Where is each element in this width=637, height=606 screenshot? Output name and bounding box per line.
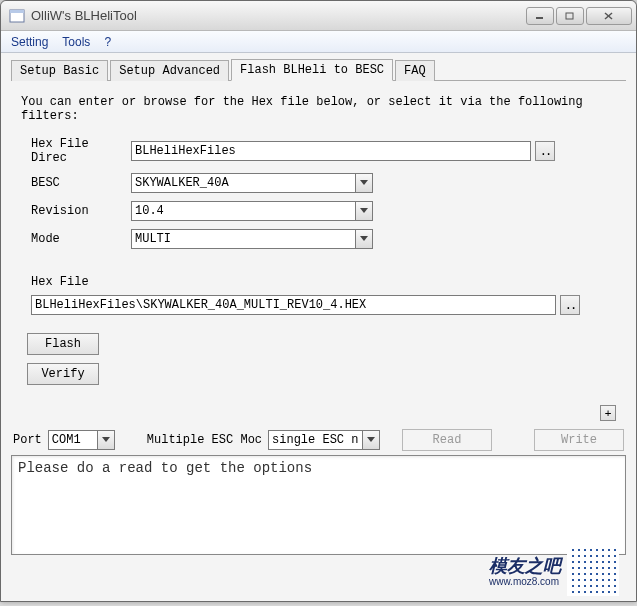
tab-faq[interactable]: FAQ xyxy=(395,60,435,81)
watermark-text: 模友之吧 xyxy=(489,554,561,578)
chevron-down-icon[interactable] xyxy=(363,430,380,450)
tab-panel-flash: You can enter or browse for the Hex file… xyxy=(11,81,626,425)
besc-label: BESC xyxy=(21,176,131,190)
log-panel: Please do a read to get the options xyxy=(11,455,626,555)
hex-dir-label: Hex File Direc xyxy=(21,137,131,165)
flash-button[interactable]: Flash xyxy=(27,333,99,355)
hex-file-label: Hex File xyxy=(21,275,89,289)
revision-combo[interactable] xyxy=(131,201,373,221)
port-label: Port xyxy=(13,433,42,447)
chevron-down-icon[interactable] xyxy=(356,173,373,193)
chevron-down-icon[interactable] xyxy=(356,229,373,249)
chevron-down-icon[interactable] xyxy=(356,201,373,221)
port-value[interactable] xyxy=(48,430,98,450)
revision-value[interactable] xyxy=(131,201,356,221)
port-combo[interactable] xyxy=(48,430,115,450)
chevron-down-icon[interactable] xyxy=(98,430,115,450)
tab-flash-blheli[interactable]: Flash BLHeli to BESC xyxy=(231,59,393,81)
mode-value[interactable] xyxy=(131,229,356,249)
hex-file-input[interactable] xyxy=(31,295,556,315)
watermark-url: www.moz8.com xyxy=(489,576,561,587)
read-button[interactable]: Read xyxy=(402,429,492,451)
svg-rect-3 xyxy=(566,13,573,19)
window-title: OlliW's BLHeliTool xyxy=(31,8,526,23)
revision-label: Revision xyxy=(21,204,131,218)
minimize-button[interactable] xyxy=(526,7,554,25)
svg-rect-1 xyxy=(10,10,24,13)
tab-strip: Setup Basic Setup Advanced Flash BLHeli … xyxy=(11,59,626,81)
tab-setup-advanced[interactable]: Setup Advanced xyxy=(110,60,229,81)
watermark: 模友之吧 www.moz8.com xyxy=(489,544,619,596)
titlebar[interactable]: OlliW's BLHeliTool xyxy=(1,1,636,31)
browse-hex-dir-button[interactable]: .. xyxy=(535,141,555,161)
close-button[interactable] xyxy=(586,7,632,25)
bottom-bar: Port Multiple ESC Moc Read Write xyxy=(11,425,626,455)
qr-code-icon xyxy=(567,544,619,596)
multiple-esc-combo[interactable] xyxy=(268,430,380,450)
besc-value[interactable] xyxy=(131,173,356,193)
besc-combo[interactable] xyxy=(131,173,373,193)
verify-button[interactable]: Verify xyxy=(27,363,99,385)
multiple-esc-value[interactable] xyxy=(268,430,363,450)
app-icon xyxy=(9,8,25,24)
multiple-esc-label: Multiple ESC Moc xyxy=(147,433,262,447)
expand-button[interactable]: + xyxy=(600,405,616,421)
tab-setup-basic[interactable]: Setup Basic xyxy=(11,60,108,81)
mode-label: Mode xyxy=(21,232,131,246)
menu-setting[interactable]: Setting xyxy=(7,33,58,51)
maximize-button[interactable] xyxy=(556,7,584,25)
menubar: Setting Tools ? xyxy=(1,31,636,53)
browse-hex-file-button[interactable]: .. xyxy=(560,295,580,315)
mode-combo[interactable] xyxy=(131,229,373,249)
write-button[interactable]: Write xyxy=(534,429,624,451)
intro-text: You can enter or browse for the Hex file… xyxy=(21,95,616,123)
menu-tools[interactable]: Tools xyxy=(58,33,100,51)
hex-dir-input[interactable] xyxy=(131,141,531,161)
menu-help[interactable]: ? xyxy=(100,33,121,51)
